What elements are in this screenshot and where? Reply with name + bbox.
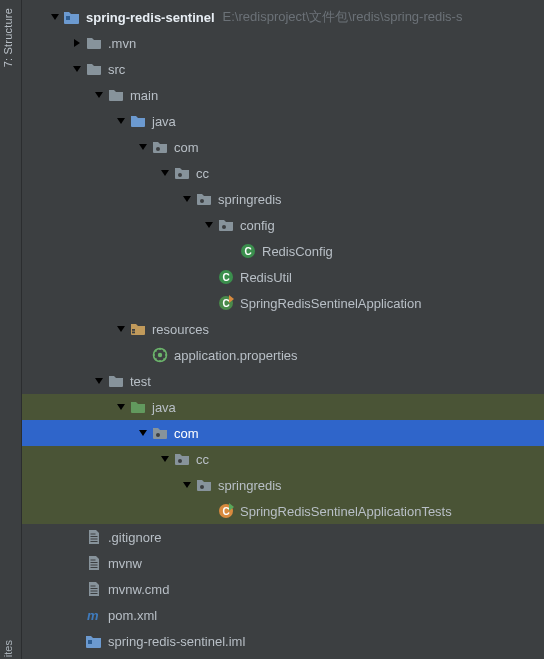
package-icon (152, 425, 168, 441)
node-label: pom.xml (108, 608, 157, 623)
resources-folder-icon (130, 321, 146, 337)
tree-node-java-test[interactable]: java (22, 394, 544, 420)
expander-icon[interactable] (160, 454, 174, 464)
folder-icon (86, 61, 102, 77)
expander-icon[interactable] (72, 64, 86, 74)
folder-icon (86, 35, 102, 51)
file-icon (86, 529, 102, 545)
node-label: .mvn (108, 36, 136, 51)
tool-window-tabs[interactable]: 7: Structure ites (0, 0, 22, 659)
tree-node-java[interactable]: java (22, 108, 544, 134)
tree-node-root[interactable]: spring-redis-sentinel E:\redisproject\文件… (22, 4, 544, 30)
expander-icon[interactable] (182, 480, 196, 490)
class-icon (218, 269, 234, 285)
node-label: java (152, 400, 176, 415)
expander-icon[interactable] (204, 220, 218, 230)
node-label: SpringRedisSentinelApplication (240, 296, 421, 311)
tree-node-com[interactable]: com (22, 134, 544, 160)
node-label: java (152, 114, 176, 129)
expander-icon[interactable] (160, 168, 174, 178)
folder-icon (108, 87, 124, 103)
spring-boot-app-icon (218, 295, 234, 311)
node-label: SpringRedisSentinelApplicationTests (240, 504, 452, 519)
node-label: cc (196, 452, 209, 467)
tree-node-redisconfig[interactable]: RedisConfig (22, 238, 544, 264)
root-path: E:\redisproject\文件包\redis\spring-redis-s (223, 8, 463, 26)
node-label: RedisConfig (262, 244, 333, 259)
spring-props-icon (152, 347, 168, 363)
expander-icon[interactable] (116, 116, 130, 126)
module-icon (64, 9, 80, 25)
tree-node-springredis[interactable]: springredis (22, 186, 544, 212)
tree-node-iml[interactable]: spring-redis-sentinel.iml (22, 628, 544, 654)
package-icon (218, 217, 234, 233)
node-label: main (130, 88, 158, 103)
tree-node-appprops[interactable]: application.properties (22, 342, 544, 368)
expander-icon[interactable] (116, 324, 130, 334)
node-label: springredis (218, 478, 282, 493)
expander-icon[interactable] (138, 142, 152, 152)
node-label: cc (196, 166, 209, 181)
expander-icon[interactable] (50, 12, 64, 22)
project-tree[interactable]: spring-redis-sentinel E:\redisproject\文件… (22, 0, 544, 659)
tree-node-cc-test[interactable]: cc (22, 446, 544, 472)
file-icon (86, 555, 102, 571)
node-label: com (174, 426, 199, 441)
test-source-folder-icon (130, 399, 146, 415)
tree-node-mvnw[interactable]: mvnw (22, 550, 544, 576)
tree-node-appclass[interactable]: SpringRedisSentinelApplication (22, 290, 544, 316)
maven-icon (86, 607, 102, 623)
node-label: test (130, 374, 151, 389)
source-folder-icon (130, 113, 146, 129)
node-label: spring-redis-sentinel.iml (108, 634, 245, 649)
structure-tab-label[interactable]: 7: Structure (2, 8, 14, 67)
package-icon (196, 477, 212, 493)
node-label: application.properties (174, 348, 298, 363)
tree-node-test[interactable]: test (22, 368, 544, 394)
tree-node-tests-class[interactable]: SpringRedisSentinelApplicationTests (22, 498, 544, 524)
tree-node-gitignore[interactable]: .gitignore (22, 524, 544, 550)
tree-node-config[interactable]: config (22, 212, 544, 238)
module-file-icon (86, 633, 102, 649)
node-label: .gitignore (108, 530, 161, 545)
package-icon (152, 139, 168, 155)
expander-icon[interactable] (116, 402, 130, 412)
node-label: com (174, 140, 199, 155)
node-label: mvnw (108, 556, 142, 571)
tree-node-pom[interactable]: pom.xml (22, 602, 544, 628)
node-label: springredis (218, 192, 282, 207)
expander-icon[interactable] (94, 376, 108, 386)
node-label: resources (152, 322, 209, 337)
node-label: config (240, 218, 275, 233)
package-icon (196, 191, 212, 207)
node-label: src (108, 62, 125, 77)
expander-icon[interactable] (138, 428, 152, 438)
root-label: spring-redis-sentinel (86, 10, 215, 25)
package-icon (174, 451, 190, 467)
expander-icon[interactable] (182, 194, 196, 204)
package-icon (174, 165, 190, 181)
tree-node-springredis-test[interactable]: springredis (22, 472, 544, 498)
tree-node-cc[interactable]: cc (22, 160, 544, 186)
node-label: RedisUtil (240, 270, 292, 285)
spring-test-icon (218, 503, 234, 519)
expander-icon[interactable] (94, 90, 108, 100)
node-label: mvnw.cmd (108, 582, 169, 597)
folder-icon (108, 373, 124, 389)
bottom-tab-fragment[interactable]: ites (2, 640, 14, 657)
tree-node-redisutil[interactable]: RedisUtil (22, 264, 544, 290)
tree-node-main[interactable]: main (22, 82, 544, 108)
tree-node-src[interactable]: src (22, 56, 544, 82)
tree-node-resources[interactable]: resources (22, 316, 544, 342)
tree-node-mvnwcmd[interactable]: mvnw.cmd (22, 576, 544, 602)
tree-node-com-test[interactable]: com (22, 420, 544, 446)
class-icon (240, 243, 256, 259)
expander-icon[interactable] (72, 38, 86, 48)
tree-node-mvn[interactable]: .mvn (22, 30, 544, 56)
file-icon (86, 581, 102, 597)
